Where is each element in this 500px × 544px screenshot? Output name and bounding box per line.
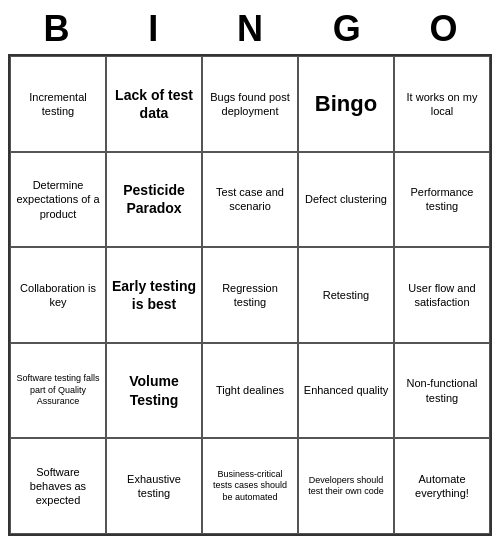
header-letter: O: [400, 8, 488, 50]
bingo-cell[interactable]: Determine expectations of a product: [10, 152, 106, 248]
bingo-header: BINGO: [8, 8, 492, 50]
bingo-cell[interactable]: It works on my local: [394, 56, 490, 152]
bingo-cell[interactable]: Regression testing: [202, 247, 298, 343]
bingo-cell[interactable]: Software testing falls part of Quality A…: [10, 343, 106, 439]
bingo-cell[interactable]: Incremental testing: [10, 56, 106, 152]
bingo-cell[interactable]: Non-functional testing: [394, 343, 490, 439]
bingo-cell[interactable]: Exhaustive testing: [106, 438, 202, 534]
bingo-cell[interactable]: Test case and scenario: [202, 152, 298, 248]
bingo-cell[interactable]: Lack of test data: [106, 56, 202, 152]
bingo-cell[interactable]: Bugs found post deployment: [202, 56, 298, 152]
bingo-cell[interactable]: Software behaves as expected: [10, 438, 106, 534]
header-letter: G: [303, 8, 391, 50]
bingo-cell[interactable]: Collaboration is key: [10, 247, 106, 343]
bingo-cell[interactable]: Business-critical tests cases should be …: [202, 438, 298, 534]
bingo-cell[interactable]: Automate everything!: [394, 438, 490, 534]
bingo-cell[interactable]: Retesting: [298, 247, 394, 343]
bingo-grid: Incremental testingLack of test dataBugs…: [8, 54, 492, 536]
bingo-cell[interactable]: Enhanced quality: [298, 343, 394, 439]
header-letter: I: [109, 8, 197, 50]
bingo-cell[interactable]: User flow and satisfaction: [394, 247, 490, 343]
bingo-cell[interactable]: Volume Testing: [106, 343, 202, 439]
bingo-cell[interactable]: Bingo: [298, 56, 394, 152]
bingo-cell[interactable]: Pesticide Paradox: [106, 152, 202, 248]
header-letter: N: [206, 8, 294, 50]
bingo-cell[interactable]: Performance testing: [394, 152, 490, 248]
header-letter: B: [12, 8, 100, 50]
bingo-cell[interactable]: Defect clustering: [298, 152, 394, 248]
bingo-cell[interactable]: Developers should test their own code: [298, 438, 394, 534]
bingo-cell[interactable]: Tight dealines: [202, 343, 298, 439]
bingo-cell[interactable]: Early testing is best: [106, 247, 202, 343]
